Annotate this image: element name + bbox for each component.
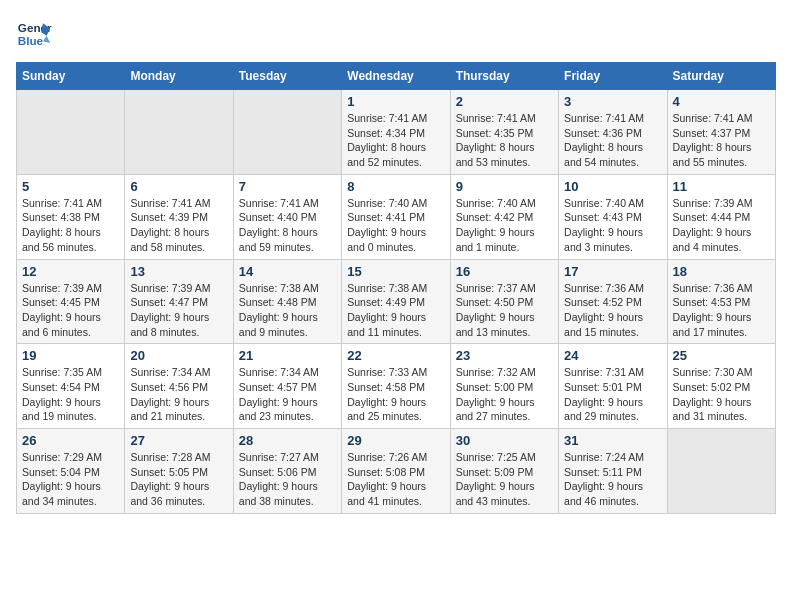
- day-info: Sunrise: 7:40 AM Sunset: 4:42 PM Dayligh…: [456, 196, 553, 255]
- day-info: Sunrise: 7:33 AM Sunset: 4:58 PM Dayligh…: [347, 365, 444, 424]
- day-number: 2: [456, 94, 553, 109]
- day-info: Sunrise: 7:31 AM Sunset: 5:01 PM Dayligh…: [564, 365, 661, 424]
- day-number: 13: [130, 264, 227, 279]
- weekday-header-saturday: Saturday: [667, 63, 775, 90]
- day-number: 1: [347, 94, 444, 109]
- calendar-cell: 7Sunrise: 7:41 AM Sunset: 4:40 PM Daylig…: [233, 174, 341, 259]
- calendar-cell: 17Sunrise: 7:36 AM Sunset: 4:52 PM Dayli…: [559, 259, 667, 344]
- day-info: Sunrise: 7:27 AM Sunset: 5:06 PM Dayligh…: [239, 450, 336, 509]
- day-info: Sunrise: 7:29 AM Sunset: 5:04 PM Dayligh…: [22, 450, 119, 509]
- day-number: 10: [564, 179, 661, 194]
- weekday-header-wednesday: Wednesday: [342, 63, 450, 90]
- calendar-cell: 24Sunrise: 7:31 AM Sunset: 5:01 PM Dayli…: [559, 344, 667, 429]
- calendar-cell: 29Sunrise: 7:26 AM Sunset: 5:08 PM Dayli…: [342, 429, 450, 514]
- day-number: 27: [130, 433, 227, 448]
- svg-text:Blue: Blue: [18, 34, 44, 47]
- calendar-cell: 9Sunrise: 7:40 AM Sunset: 4:42 PM Daylig…: [450, 174, 558, 259]
- calendar-cell: [667, 429, 775, 514]
- calendar-cell: 1Sunrise: 7:41 AM Sunset: 4:34 PM Daylig…: [342, 90, 450, 175]
- calendar-cell: 11Sunrise: 7:39 AM Sunset: 4:44 PM Dayli…: [667, 174, 775, 259]
- page-header: General Blue: [16, 16, 776, 52]
- day-number: 4: [673, 94, 770, 109]
- day-info: Sunrise: 7:34 AM Sunset: 4:56 PM Dayligh…: [130, 365, 227, 424]
- day-info: Sunrise: 7:39 AM Sunset: 4:47 PM Dayligh…: [130, 281, 227, 340]
- calendar-cell: 31Sunrise: 7:24 AM Sunset: 5:11 PM Dayli…: [559, 429, 667, 514]
- day-info: Sunrise: 7:38 AM Sunset: 4:49 PM Dayligh…: [347, 281, 444, 340]
- day-number: 14: [239, 264, 336, 279]
- calendar-cell: 21Sunrise: 7:34 AM Sunset: 4:57 PM Dayli…: [233, 344, 341, 429]
- calendar-cell: 22Sunrise: 7:33 AM Sunset: 4:58 PM Dayli…: [342, 344, 450, 429]
- calendar-week-row: 19Sunrise: 7:35 AM Sunset: 4:54 PM Dayli…: [17, 344, 776, 429]
- day-number: 22: [347, 348, 444, 363]
- day-info: Sunrise: 7:41 AM Sunset: 4:39 PM Dayligh…: [130, 196, 227, 255]
- day-number: 25: [673, 348, 770, 363]
- calendar-week-row: 1Sunrise: 7:41 AM Sunset: 4:34 PM Daylig…: [17, 90, 776, 175]
- calendar-cell: 20Sunrise: 7:34 AM Sunset: 4:56 PM Dayli…: [125, 344, 233, 429]
- day-info: Sunrise: 7:24 AM Sunset: 5:11 PM Dayligh…: [564, 450, 661, 509]
- day-number: 8: [347, 179, 444, 194]
- calendar-cell: [17, 90, 125, 175]
- calendar-cell: 28Sunrise: 7:27 AM Sunset: 5:06 PM Dayli…: [233, 429, 341, 514]
- weekday-header-friday: Friday: [559, 63, 667, 90]
- calendar-cell: 27Sunrise: 7:28 AM Sunset: 5:05 PM Dayli…: [125, 429, 233, 514]
- calendar-cell: 4Sunrise: 7:41 AM Sunset: 4:37 PM Daylig…: [667, 90, 775, 175]
- weekday-header-monday: Monday: [125, 63, 233, 90]
- day-info: Sunrise: 7:25 AM Sunset: 5:09 PM Dayligh…: [456, 450, 553, 509]
- day-info: Sunrise: 7:41 AM Sunset: 4:36 PM Dayligh…: [564, 111, 661, 170]
- day-info: Sunrise: 7:38 AM Sunset: 4:48 PM Dayligh…: [239, 281, 336, 340]
- day-info: Sunrise: 7:30 AM Sunset: 5:02 PM Dayligh…: [673, 365, 770, 424]
- day-info: Sunrise: 7:35 AM Sunset: 4:54 PM Dayligh…: [22, 365, 119, 424]
- day-number: 6: [130, 179, 227, 194]
- day-number: 23: [456, 348, 553, 363]
- calendar-cell: 12Sunrise: 7:39 AM Sunset: 4:45 PM Dayli…: [17, 259, 125, 344]
- day-info: Sunrise: 7:26 AM Sunset: 5:08 PM Dayligh…: [347, 450, 444, 509]
- calendar-cell: 5Sunrise: 7:41 AM Sunset: 4:38 PM Daylig…: [17, 174, 125, 259]
- calendar-week-row: 5Sunrise: 7:41 AM Sunset: 4:38 PM Daylig…: [17, 174, 776, 259]
- day-number: 26: [22, 433, 119, 448]
- day-info: Sunrise: 7:41 AM Sunset: 4:35 PM Dayligh…: [456, 111, 553, 170]
- day-number: 18: [673, 264, 770, 279]
- day-info: Sunrise: 7:41 AM Sunset: 4:37 PM Dayligh…: [673, 111, 770, 170]
- day-info: Sunrise: 7:41 AM Sunset: 4:34 PM Dayligh…: [347, 111, 444, 170]
- calendar-cell: 6Sunrise: 7:41 AM Sunset: 4:39 PM Daylig…: [125, 174, 233, 259]
- day-number: 3: [564, 94, 661, 109]
- day-number: 30: [456, 433, 553, 448]
- calendar-cell: 13Sunrise: 7:39 AM Sunset: 4:47 PM Dayli…: [125, 259, 233, 344]
- day-info: Sunrise: 7:41 AM Sunset: 4:40 PM Dayligh…: [239, 196, 336, 255]
- day-number: 29: [347, 433, 444, 448]
- day-info: Sunrise: 7:39 AM Sunset: 4:44 PM Dayligh…: [673, 196, 770, 255]
- day-info: Sunrise: 7:36 AM Sunset: 4:52 PM Dayligh…: [564, 281, 661, 340]
- day-info: Sunrise: 7:36 AM Sunset: 4:53 PM Dayligh…: [673, 281, 770, 340]
- calendar-cell: 19Sunrise: 7:35 AM Sunset: 4:54 PM Dayli…: [17, 344, 125, 429]
- day-number: 19: [22, 348, 119, 363]
- calendar-cell: 25Sunrise: 7:30 AM Sunset: 5:02 PM Dayli…: [667, 344, 775, 429]
- day-number: 28: [239, 433, 336, 448]
- calendar-cell: 2Sunrise: 7:41 AM Sunset: 4:35 PM Daylig…: [450, 90, 558, 175]
- day-number: 17: [564, 264, 661, 279]
- day-info: Sunrise: 7:39 AM Sunset: 4:45 PM Dayligh…: [22, 281, 119, 340]
- calendar-cell: 26Sunrise: 7:29 AM Sunset: 5:04 PM Dayli…: [17, 429, 125, 514]
- calendar-cell: 15Sunrise: 7:38 AM Sunset: 4:49 PM Dayli…: [342, 259, 450, 344]
- weekday-header-sunday: Sunday: [17, 63, 125, 90]
- day-number: 24: [564, 348, 661, 363]
- day-info: Sunrise: 7:37 AM Sunset: 4:50 PM Dayligh…: [456, 281, 553, 340]
- calendar-cell: 3Sunrise: 7:41 AM Sunset: 4:36 PM Daylig…: [559, 90, 667, 175]
- calendar-header-row: SundayMondayTuesdayWednesdayThursdayFrid…: [17, 63, 776, 90]
- day-info: Sunrise: 7:40 AM Sunset: 4:43 PM Dayligh…: [564, 196, 661, 255]
- calendar-cell: 30Sunrise: 7:25 AM Sunset: 5:09 PM Dayli…: [450, 429, 558, 514]
- calendar-table: SundayMondayTuesdayWednesdayThursdayFrid…: [16, 62, 776, 514]
- svg-marker-3: [43, 36, 50, 43]
- calendar-cell: 23Sunrise: 7:32 AM Sunset: 5:00 PM Dayli…: [450, 344, 558, 429]
- day-info: Sunrise: 7:28 AM Sunset: 5:05 PM Dayligh…: [130, 450, 227, 509]
- day-number: 11: [673, 179, 770, 194]
- logo: General Blue: [16, 16, 56, 52]
- day-info: Sunrise: 7:34 AM Sunset: 4:57 PM Dayligh…: [239, 365, 336, 424]
- day-number: 12: [22, 264, 119, 279]
- day-info: Sunrise: 7:41 AM Sunset: 4:38 PM Dayligh…: [22, 196, 119, 255]
- calendar-week-row: 26Sunrise: 7:29 AM Sunset: 5:04 PM Dayli…: [17, 429, 776, 514]
- weekday-header-tuesday: Tuesday: [233, 63, 341, 90]
- day-number: 15: [347, 264, 444, 279]
- calendar-cell: 10Sunrise: 7:40 AM Sunset: 4:43 PM Dayli…: [559, 174, 667, 259]
- calendar-cell: 14Sunrise: 7:38 AM Sunset: 4:48 PM Dayli…: [233, 259, 341, 344]
- day-number: 20: [130, 348, 227, 363]
